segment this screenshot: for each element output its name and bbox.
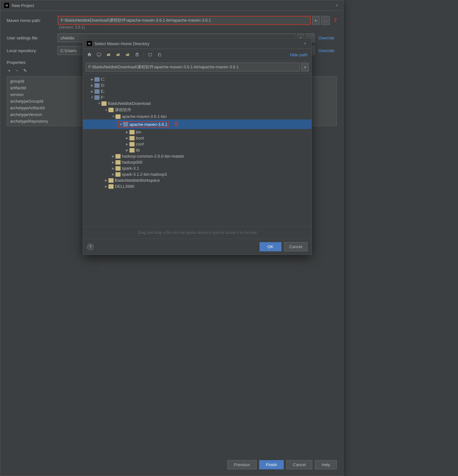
tree-item-maven[interactable]: ▼ apache-maven-3.6.1 8	[83, 119, 311, 129]
tree-toggle-hadoop: ▶	[111, 154, 115, 158]
hide-path-btn[interactable]: Hide path	[288, 52, 309, 57]
maven-home-browse-btn[interactable]: …	[321, 16, 330, 25]
titlebar-left: U New Project	[4, 3, 34, 8]
maven-dialog-cancel-btn[interactable]: Cancel	[284, 242, 308, 251]
tree-toggle-maven-bin: ▼	[111, 115, 115, 118]
maven-dialog-title: Select Maven Home Directory	[94, 41, 149, 46]
tree-toggle-conf: ▶	[125, 142, 129, 146]
tree-item-spark312[interactable]: ▶ spark-3.1.2-bin-hadoop3	[83, 171, 311, 177]
toolbar-home-btn[interactable]	[86, 51, 93, 58]
tree-item-kecheng[interactable]: ▼ 课程软件	[83, 106, 311, 113]
previous-button[interactable]: Previous	[227, 460, 257, 469]
tree-item-conf[interactable]: ▶ conf	[83, 141, 311, 147]
toolbar-folder-up-btn[interactable]	[105, 51, 112, 58]
tree-label-baidu: BaiduNetdiskDownload	[108, 101, 150, 106]
toolbar-refresh-btn[interactable]	[146, 51, 154, 58]
annotation-8: 8	[174, 120, 178, 128]
tree-item-hadoop000[interactable]: ▶ hadoop000	[83, 159, 311, 165]
tree-label-hadoop000: hadoop000	[122, 160, 142, 165]
maven-dialog-help-btn[interactable]: ?	[87, 243, 94, 250]
svg-rect-0	[97, 53, 101, 56]
maven-dialog-ok-cancel: OK Cancel	[260, 242, 308, 251]
tree-item-bin[interactable]: ▶ bin	[83, 129, 311, 135]
folder-icon-boot	[129, 136, 135, 140]
prop-edit-btn[interactable]: ✎	[22, 67, 28, 74]
folder-icon-c	[94, 77, 100, 82]
tree-toggle-d: ▶	[90, 84, 94, 87]
maven-dialog-ok-btn[interactable]: OK	[260, 242, 281, 251]
annotation-7: 7	[334, 17, 337, 24]
maven-dialog-titlebar-left: U Select Maven Home Directory	[87, 41, 149, 46]
maven-dialog-toolbar: Hide path	[83, 49, 311, 61]
folder-icon-d	[94, 83, 100, 88]
folder-icon-kecheng	[108, 108, 114, 112]
tree-item-f[interactable]: ▼ F:	[83, 94, 311, 100]
prop-remove-btn[interactable]: −	[14, 67, 19, 74]
tree-label-bin: bin	[136, 130, 141, 134]
local-repo-override-btn[interactable]: Override	[316, 48, 337, 53]
tree-item-d[interactable]: ▶ D:	[83, 82, 311, 88]
maven-path-dropdown-btn[interactable]: ▾	[301, 63, 309, 71]
tree-item-dell[interactable]: ▶ DELL3990	[83, 183, 311, 189]
maven-home-dropdown-btn[interactable]: ▾	[312, 16, 320, 25]
tree-toggle-lib: ▶	[125, 148, 129, 152]
toolbar-new-folder-btn[interactable]	[124, 51, 131, 58]
toolbar-folder-up2-btn[interactable]	[114, 51, 122, 58]
tree-toggle-spark312: ▶	[111, 173, 115, 176]
user-settings-label: User settings file:	[7, 36, 58, 40]
folder-icon-spark31	[115, 166, 121, 171]
tree-item-c[interactable]: ▶ C:	[83, 76, 311, 82]
cancel-button[interactable]: Cancel	[286, 460, 312, 469]
maven-home-input[interactable]	[58, 16, 311, 25]
tree-label-c: C:	[101, 77, 105, 82]
tree-item-e[interactable]: ▶ E:	[83, 88, 311, 94]
tree-toggle-dell: ▶	[104, 185, 108, 188]
tree-label-conf: conf	[136, 142, 144, 146]
tree-toggle-maven: ▼	[119, 123, 123, 126]
folder-icon-hadoop	[115, 154, 121, 159]
toolbar-computer-btn[interactable]	[95, 51, 103, 58]
tree-item-maven-bin[interactable]: ▼ apache-maven-3.6.1-bin	[83, 113, 311, 119]
tree-item-spark31[interactable]: ▶ spark-3.1	[83, 165, 311, 171]
maven-home-label: Maven home path:	[7, 18, 58, 23]
folder-icon-maven	[123, 122, 128, 126]
maven-home-directory-dialog: U Select Maven Home Directory ×	[83, 38, 312, 255]
tree-item-lib[interactable]: ▶ lib	[83, 147, 311, 153]
toolbar-delete-btn[interactable]	[133, 51, 141, 58]
maven-path-input[interactable]	[86, 63, 300, 71]
tree-label-hadoop: hadoop-common-2.6.0-bin-master	[122, 154, 184, 159]
tree-toggle-spark31: ▶	[111, 167, 115, 170]
tree-item-workspace[interactable]: ▶ BaiduNetdiskWorkspace	[83, 177, 311, 183]
folder-icon-workspace	[108, 178, 114, 183]
tree-label-workspace: BaiduNetdiskWorkspace	[115, 178, 160, 183]
folder-icon-dell	[108, 184, 114, 189]
dialog-title: New Project	[12, 3, 34, 8]
finish-button[interactable]: Finish	[259, 460, 284, 469]
close-button[interactable]: ×	[334, 3, 339, 8]
intellij-logo-icon: U	[4, 3, 9, 8]
user-settings-override-btn[interactable]: Override	[316, 36, 337, 40]
maven-dialog-bottom: ? OK Cancel	[83, 239, 311, 255]
folder-icon-spark312	[115, 172, 121, 177]
folder-icon-lib	[129, 148, 135, 153]
tree-label-lib: lib	[136, 148, 140, 153]
tree-item-boot[interactable]: ▶ boot	[83, 135, 311, 141]
version-text: (Version: 3.6.1)	[59, 25, 85, 30]
tree-label-boot: boot	[136, 136, 144, 140]
tree-item-hadoop[interactable]: ▶ hadoop-common-2.6.0-bin-master	[83, 153, 311, 159]
tree-label-spark312: spark-3.1.2-bin-hadoop3	[122, 172, 167, 177]
svg-rect-1	[159, 54, 161, 56]
maven-dialog-intellij-icon: U	[87, 41, 92, 46]
folder-icon-maven-bin	[115, 114, 121, 119]
toolbar-copy-btn[interactable]	[156, 51, 163, 58]
help-button[interactable]: Help	[315, 460, 337, 469]
tree-item-baidu[interactable]: ▼ BaiduNetdiskDownload	[83, 100, 311, 106]
tree-label-kecheng: 课程软件	[115, 107, 131, 113]
prop-add-btn[interactable]: +	[7, 67, 12, 74]
tree-label-e: E:	[101, 89, 105, 94]
maven-dialog-close-btn[interactable]: ×	[302, 41, 308, 46]
tree-label-spark31: spark-3.1	[122, 166, 139, 171]
tree-toggle-hadoop000: ▶	[111, 160, 115, 164]
tree-label-dell: DELL3990	[115, 184, 134, 189]
tree-label-d: D:	[101, 83, 105, 88]
